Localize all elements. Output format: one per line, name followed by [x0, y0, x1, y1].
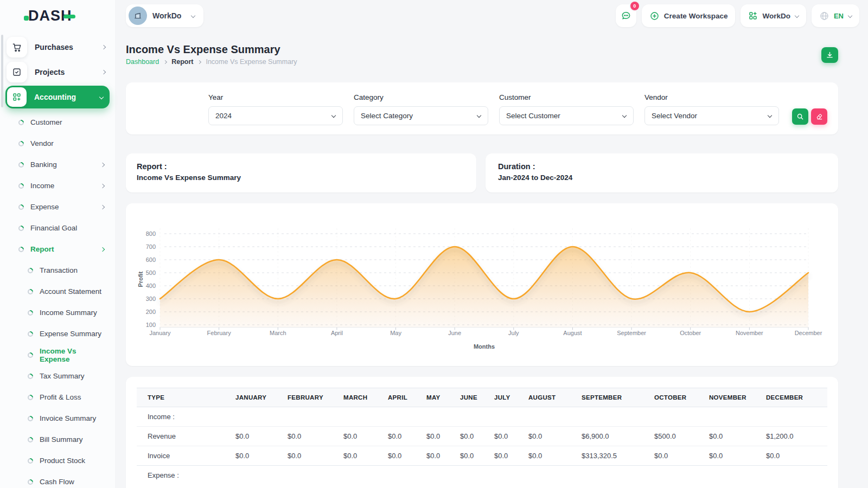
- table-header-cell: MAY: [416, 388, 449, 407]
- table-cell: $0.0: [449, 427, 483, 446]
- x-tick-label: March: [270, 330, 286, 336]
- bullet-icon: [18, 204, 24, 210]
- table-header-cell: DECEMBER: [755, 388, 827, 407]
- table-cell: $0.0: [698, 427, 755, 446]
- table-header-cell: NOVEMBER: [698, 388, 755, 407]
- reset-filter-button[interactable]: [811, 108, 827, 125]
- table-row-label: Invoice: [137, 446, 225, 466]
- table-cell: $0.0: [333, 427, 377, 446]
- table-header-cell: MARCH: [333, 388, 377, 407]
- sidebar-item-product-stock[interactable]: Product Stock: [4, 450, 111, 471]
- sidebar-item-cash-flow[interactable]: Cash Flow: [4, 471, 111, 488]
- sidebar-item-financial-goal[interactable]: Financial Goal: [4, 217, 111, 239]
- sidebar-item-purchases[interactable]: Purchases: [4, 35, 111, 60]
- sidebar-item-accounting[interactable]: Accounting: [5, 86, 110, 108]
- table-header-cell: JANUARY: [225, 388, 277, 407]
- brand-logo[interactable]: DASH: [0, 0, 115, 31]
- cart-icon: [7, 37, 27, 57]
- x-tick-label: May: [390, 330, 401, 336]
- x-tick-label: November: [736, 330, 763, 336]
- plus-circle-icon: [649, 11, 660, 21]
- table-cell: $0.0: [377, 446, 416, 466]
- table-cell: $0.0: [416, 446, 449, 466]
- sidebar-item-income-vs-expense[interactable]: Income Vs Expense: [4, 344, 111, 365]
- table-group-row: Expense :: [137, 466, 827, 485]
- workspace-selector[interactable]: WorkDo: [126, 4, 203, 27]
- vendor-select[interactable]: Select Vendor: [644, 106, 779, 125]
- customer-select[interactable]: Select Customer: [499, 106, 634, 125]
- table-cell: $0.0: [643, 446, 698, 466]
- sidebar-item-projects[interactable]: Projects: [4, 60, 111, 85]
- sidebar-scrollbar[interactable]: [1, 35, 3, 107]
- customer-label: Customer: [499, 93, 634, 101]
- bullet-icon: [28, 374, 33, 379]
- breadcrumb-dashboard[interactable]: Dashboard: [126, 58, 159, 66]
- sidebar-item-profit-loss[interactable]: Profit & Loss: [4, 387, 111, 408]
- y-tick-label: 300: [146, 296, 156, 302]
- download-icon: [826, 51, 834, 59]
- download-button[interactable]: [821, 47, 838, 63]
- bullet-icon: [28, 437, 33, 442]
- bullet-icon: [28, 310, 33, 316]
- sidebar-item-income[interactable]: Income: [4, 175, 111, 196]
- x-tick-label: February: [207, 330, 232, 336]
- table-group-label: Income :: [137, 407, 827, 427]
- language-code: EN: [834, 12, 844, 20]
- category-select[interactable]: Select Category: [354, 106, 488, 125]
- messages-button[interactable]: 0: [616, 4, 636, 27]
- sidebar-item-bill-summary[interactable]: Bill Summary: [4, 429, 111, 450]
- workspace-name: WorkDo: [152, 11, 181, 20]
- profit-chart-card: 800700600500400300200100JanuaryFebruaryM…: [126, 203, 838, 366]
- x-tick-label: September: [617, 330, 646, 336]
- table-header-cell: JULY: [483, 388, 518, 407]
- y-tick-label: 700: [146, 243, 156, 250]
- table-cell: $0.0: [416, 427, 449, 446]
- sidebar-item-invoice-summary[interactable]: Invoice Summary: [4, 408, 111, 429]
- accounting-submenu: Customer Vendor Banking Income Expense F…: [4, 112, 111, 488]
- chevron-down-icon: [477, 113, 481, 118]
- chevron-down-icon: [331, 113, 336, 118]
- customer-field: Customer Select Customer: [499, 93, 634, 125]
- apply-filter-button[interactable]: [792, 108, 808, 125]
- table-cell: $500.0: [643, 427, 698, 446]
- page-title: Income Vs Expense Summary: [126, 43, 280, 56]
- breadcrumb-report[interactable]: Report: [171, 58, 193, 66]
- y-tick-label: 100: [146, 322, 156, 328]
- bullet-icon: [28, 289, 33, 294]
- breadcrumb: Dashboard Report Income Vs Expense Summa…: [126, 58, 297, 66]
- report-summary-card: Report : Income Vs Expense Summary: [126, 153, 476, 192]
- x-tick-label: January: [149, 330, 171, 336]
- sidebar-item-expense[interactable]: Expense: [4, 196, 111, 217]
- table-header-cell: JUNE: [449, 388, 483, 407]
- x-tick-label: October: [680, 330, 701, 336]
- table-cell: $0.0: [449, 446, 483, 466]
- sidebar-item-banking[interactable]: Banking: [4, 154, 111, 175]
- table-header-cell: OCTOBER: [643, 388, 698, 407]
- y-axis-title: Profit: [137, 271, 144, 287]
- sidebar-item-income-summary[interactable]: Income Summary: [4, 302, 111, 323]
- income-expense-table-card: TYPEJANUARYFEBRUARYMARCHAPRILMAYJUNEJULY…: [126, 377, 838, 488]
- x-axis-title: Months: [474, 343, 495, 350]
- table-cell: $313,320.5: [571, 446, 643, 466]
- year-select[interactable]: 2024: [208, 106, 343, 125]
- sidebar: DASH Purchases Projects: [0, 0, 115, 488]
- sidebar-item-tax-summary[interactable]: Tax Summary: [4, 365, 111, 387]
- bullet-icon: [28, 352, 33, 358]
- sidebar-item-transaction[interactable]: Transaction: [4, 260, 111, 281]
- x-tick-label: August: [563, 330, 582, 336]
- workspace-switcher[interactable]: WorkDo: [741, 4, 806, 27]
- y-tick-label: 600: [146, 256, 156, 263]
- sidebar-item-vendor[interactable]: Vendor: [4, 133, 111, 154]
- duration-card-value: Jan-2024 to Dec-2024: [498, 174, 826, 182]
- sidebar-item-expense-summary[interactable]: Expense Summary: [4, 323, 111, 344]
- sidebar-item-customer[interactable]: Customer: [4, 112, 111, 133]
- create-workspace-button[interactable]: Create Workspace: [642, 4, 736, 27]
- bullet-icon: [28, 268, 33, 273]
- chevron-right-icon: [100, 204, 105, 209]
- table-cell: $0.0: [225, 427, 277, 446]
- language-selector[interactable]: EN: [812, 4, 859, 27]
- sidebar-item-report[interactable]: Report: [4, 239, 111, 260]
- table-cell: $0.0: [225, 446, 277, 466]
- check-square-icon: [7, 62, 27, 82]
- sidebar-item-account-statement[interactable]: Account Statement: [4, 281, 111, 302]
